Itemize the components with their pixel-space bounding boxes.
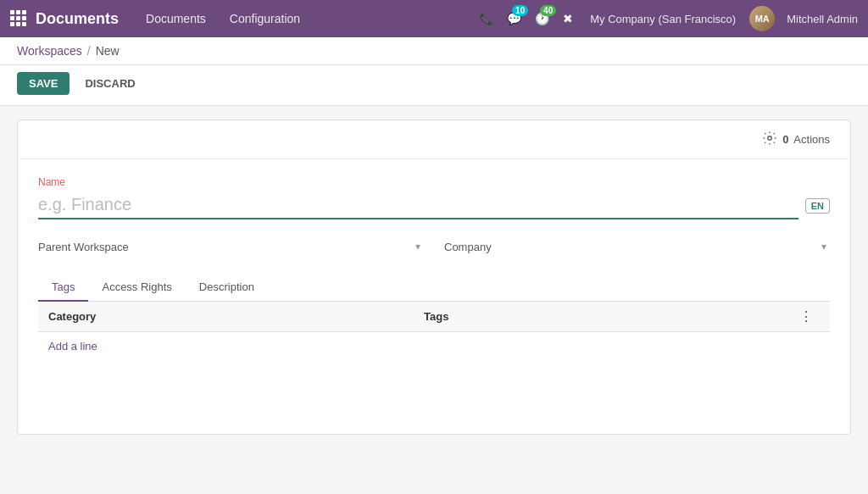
form-header: 0 Actions bbox=[18, 120, 850, 159]
add-line-button[interactable]: Add a line bbox=[48, 340, 97, 352]
parent-workspace-group: Parent Workspace bbox=[38, 236, 424, 257]
discard-button[interactable]: DISCARD bbox=[76, 72, 143, 95]
chat-button[interactable]: 💬 10 bbox=[504, 8, 525, 29]
actions-count: 0 bbox=[782, 133, 788, 146]
tab-description[interactable]: Description bbox=[186, 274, 268, 302]
main-content: 0 Actions Name EN Parent Work bbox=[0, 106, 868, 448]
name-field-group: Name EN bbox=[38, 176, 830, 219]
svg-point-0 bbox=[768, 136, 772, 141]
form-body: Name EN Parent Workspace bbox=[18, 159, 850, 434]
company-select-wrapper bbox=[556, 236, 830, 257]
app-title[interactable]: Documents bbox=[36, 10, 119, 28]
parent-workspace-row: Parent Workspace bbox=[38, 236, 424, 257]
parent-workspace-select-wrapper bbox=[150, 236, 424, 257]
actions-button[interactable]: 0 Actions bbox=[755, 127, 837, 152]
parent-workspace-label: Parent Workspace bbox=[38, 241, 140, 253]
clock-badge: 40 bbox=[540, 5, 556, 16]
company-label: My Company (San Francisco) bbox=[590, 13, 736, 25]
company-row: Company bbox=[444, 236, 830, 257]
name-input[interactable] bbox=[38, 191, 798, 219]
col-tags-header: Tags bbox=[424, 310, 799, 323]
name-input-row: EN bbox=[38, 191, 830, 219]
avatar[interactable]: MA bbox=[749, 6, 775, 31]
company-label: Company bbox=[444, 241, 546, 253]
nav-links: Documents Configuration bbox=[136, 7, 476, 31]
col-category-header: Category bbox=[48, 310, 424, 323]
tools-button[interactable]: ✖ bbox=[559, 8, 576, 29]
save-button[interactable]: SAVE bbox=[17, 72, 70, 95]
breadcrumb-current: New bbox=[96, 44, 120, 58]
breadcrumb-separator: / bbox=[87, 44, 91, 58]
name-input-wrapper bbox=[38, 191, 798, 219]
grid-icon[interactable] bbox=[10, 10, 27, 27]
phone-icon: 📞 bbox=[479, 12, 493, 25]
nav-configuration-link[interactable]: Configuration bbox=[220, 7, 310, 31]
tabs: Tags Access Rights Description bbox=[38, 274, 830, 302]
form-card: 0 Actions Name EN Parent Work bbox=[17, 119, 851, 435]
user-label: Mitchell Admin bbox=[787, 13, 858, 25]
breadcrumb-parent[interactable]: Workspaces bbox=[17, 44, 82, 58]
wrench-icon: ✖ bbox=[563, 12, 573, 25]
navbar-icons: 📞 💬 10 🕐 40 ✖ My Company (San Francisco)… bbox=[476, 6, 858, 31]
table-wrapper: Category Tags ⋮ Add a line bbox=[38, 302, 830, 417]
chat-badge: 10 bbox=[512, 5, 528, 16]
table-actions-menu-button[interactable]: ⋮ bbox=[799, 308, 820, 325]
phone-button[interactable]: 📞 bbox=[476, 8, 497, 29]
action-bar: SAVE DISCARD bbox=[0, 65, 868, 106]
tab-tags[interactable]: Tags bbox=[38, 274, 88, 302]
breadcrumb: Workspaces / New bbox=[0, 37, 868, 65]
lang-badge[interactable]: EN bbox=[805, 198, 830, 214]
clock-button[interactable]: 🕐 40 bbox=[531, 8, 553, 29]
table-body: Add a line bbox=[38, 332, 830, 417]
gear-icon bbox=[762, 130, 777, 148]
name-label: Name bbox=[38, 176, 830, 188]
navbar: Documents Documents Configuration 📞 💬 10… bbox=[0, 0, 868, 37]
two-col-fields: Parent Workspace Company bbox=[38, 236, 830, 257]
tab-access-rights[interactable]: Access Rights bbox=[88, 274, 185, 302]
company-group: Company bbox=[444, 236, 830, 257]
actions-label: Actions bbox=[793, 133, 830, 146]
table-header: Category Tags ⋮ bbox=[38, 302, 830, 332]
nav-documents-link[interactable]: Documents bbox=[136, 7, 216, 31]
